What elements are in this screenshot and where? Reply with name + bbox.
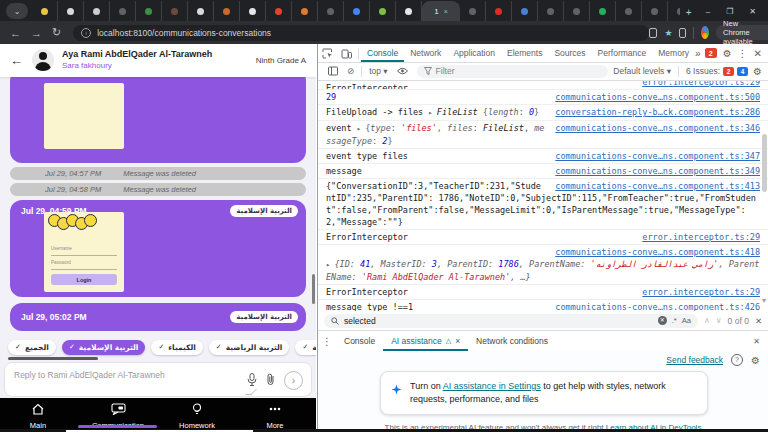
browser-tab[interactable] (84, 1, 110, 21)
profile-avatar[interactable] (701, 26, 709, 39)
inspect-element-icon[interactable] (322, 48, 333, 59)
tab-performance[interactable]: Performance (592, 44, 653, 62)
search-input[interactable]: selected ✕ .* Aa (324, 314, 698, 328)
send-button[interactable]: › (284, 371, 303, 390)
bookmark-star-icon[interactable]: ★ (664, 28, 672, 38)
browser-tab[interactable] (292, 1, 318, 21)
nav-more[interactable]: More (245, 401, 305, 430)
scroll-down-icon[interactable]: ▾ (762, 296, 766, 305)
tab-application[interactable]: Application (447, 44, 501, 62)
browser-tab[interactable] (512, 1, 538, 21)
tab-console[interactable]: Console (361, 44, 404, 62)
attachment-icon[interactable] (266, 372, 275, 390)
browser-tab[interactable] (162, 1, 188, 21)
ai-settings-gear-icon[interactable]: ⚙ (751, 355, 760, 366)
browser-tab[interactable] (110, 1, 136, 21)
console-sidebar-icon[interactable] (328, 66, 338, 76)
help-icon[interactable]: ? (731, 354, 743, 366)
browser-tab[interactable] (240, 1, 266, 21)
match-case-toggle[interactable]: Aa (682, 316, 691, 325)
source-link[interactable]: error.interceptor.ts:29 (642, 231, 760, 243)
browser-tab[interactable] (616, 1, 642, 21)
eye-icon[interactable] (397, 67, 408, 75)
browser-tab[interactable] (460, 1, 486, 21)
source-link[interactable]: error.interceptor.ts:29 (642, 81, 760, 88)
back-button[interactable]: ← (10, 27, 21, 39)
site-info-icon[interactable]: i (81, 28, 91, 38)
console-filter-input[interactable]: Filter (417, 65, 609, 78)
nav-homework[interactable]: Homework (167, 401, 227, 430)
drawer-tab-console[interactable]: Console (336, 331, 383, 351)
reply-box[interactable]: Reply to Rami AbdElQader Al-Tarawneh › (4, 362, 312, 397)
device-toolbar-icon[interactable] (341, 48, 352, 59)
search-close-icon[interactable]: ✕ (755, 316, 762, 326)
source-link[interactable]: communications-conve…ns.component.ts:349 (555, 165, 760, 177)
chat-back-button[interactable]: ← (10, 53, 23, 68)
microphone-icon[interactable] (247, 372, 257, 390)
learn-about-ai-link[interactable]: Learn about AI in DevTools (606, 423, 702, 432)
source-link[interactable]: communications-conve…ns.component.ts:418 (555, 246, 760, 258)
source-link[interactable]: communications-conve…ns.component.ts:426 (555, 301, 760, 311)
new-tab-button[interactable]: + (686, 7, 692, 18)
search-prev-icon[interactable]: ∧ (704, 316, 710, 325)
tab-search-button[interactable]: ⌄ (6, 3, 28, 19)
browser-tab[interactable] (318, 1, 344, 21)
context-selector[interactable]: top ▾ (369, 66, 387, 76)
close-tab-icon[interactable]: × (455, 336, 460, 346)
extensions-icon[interactable] (679, 28, 686, 38)
message-image-attachment[interactable]: Username Password Login (44, 212, 124, 292)
browser-tab[interactable] (214, 1, 240, 21)
tab-memory[interactable]: Memory (652, 44, 695, 62)
maximize-button[interactable]: ❐ (726, 7, 733, 16)
chip-islamic-education[interactable]: ✓ التربية الإسلامية (62, 340, 146, 355)
cast-icon[interactable] (649, 28, 657, 38)
chat-scrollbar[interactable] (312, 274, 315, 304)
browser-tab[interactable] (642, 1, 668, 21)
console-settings-icon[interactable]: ⚙ (753, 66, 762, 77)
chip-physical-education[interactable]: ✓ التربية الرياضية (209, 340, 290, 355)
browser-tab[interactable] (538, 1, 564, 21)
message-image-attachment[interactable] (44, 83, 124, 149)
new-chrome-button[interactable]: New Chrome available ⋮ (716, 25, 768, 40)
console-log-area[interactable]: error.interceptor.ts:29 ErrorInterceptor… (318, 81, 768, 311)
clear-search-icon[interactable]: ✕ (658, 316, 667, 325)
minimize-button[interactable]: – (706, 7, 710, 16)
browser-tab[interactable] (136, 1, 162, 21)
close-window-button[interactable]: ✕ (749, 7, 756, 16)
message-bubble[interactable] (10, 77, 306, 163)
devtools-close-icon[interactable]: ✕ (754, 48, 762, 59)
chips-horizontal-scrollbar[interactable] (8, 357, 98, 360)
chip-vocational-education[interactable]: ✓ التربية المهنية (295, 340, 316, 355)
address-bar[interactable]: i localhost:8100/communications-conversa… (73, 25, 649, 41)
source-link[interactable]: conversation-reply-b…ck.component.ts:286 (555, 106, 760, 118)
tab-elements[interactable]: Elements (501, 44, 548, 62)
browser-tab[interactable] (486, 1, 512, 21)
console-scrollbar[interactable] (762, 134, 767, 192)
search-next-icon[interactable]: ∨ (716, 316, 722, 325)
browser-tab[interactable] (58, 1, 84, 21)
source-link[interactable]: error.interceptor.ts:29 (642, 286, 760, 298)
nav-main[interactable]: Main (8, 401, 68, 430)
tab-network[interactable]: Network (404, 44, 447, 62)
error-count-badge[interactable]: 2 (705, 48, 717, 58)
clear-console-icon[interactable]: ⊘ (347, 66, 354, 76)
source-link[interactable]: communications-conve…ns.component.ts:346 (555, 122, 760, 134)
browser-tab[interactable] (564, 1, 590, 21)
more-tabs-icon[interactable]: » (695, 48, 701, 59)
regex-toggle[interactable]: .* (672, 316, 677, 325)
browser-tab[interactable] (188, 1, 214, 21)
source-link[interactable]: communications-conve…ns.component.ts:413 (555, 180, 760, 192)
source-link[interactable]: communications-conve…ns.component.ts:347 (555, 150, 760, 162)
browser-tab[interactable] (370, 1, 396, 21)
chip-chemistry[interactable]: ✓ الكيمياء (151, 340, 202, 355)
forward-button[interactable]: → (31, 27, 42, 39)
ai-settings-link[interactable]: AI assistance in Settings (443, 381, 541, 391)
tab-sources[interactable]: Sources (548, 44, 591, 62)
browser-tab[interactable] (32, 1, 58, 21)
browser-tab[interactable] (668, 1, 680, 21)
browser-tab[interactable] (396, 1, 422, 21)
drawer-tab-network-conditions[interactable]: Network conditions (468, 331, 556, 351)
browser-tab[interactable] (590, 1, 616, 21)
log-levels-dropdown[interactable]: Default levels ▾ (613, 66, 671, 76)
devtools-menu-icon[interactable]: ⋮ (738, 48, 748, 59)
